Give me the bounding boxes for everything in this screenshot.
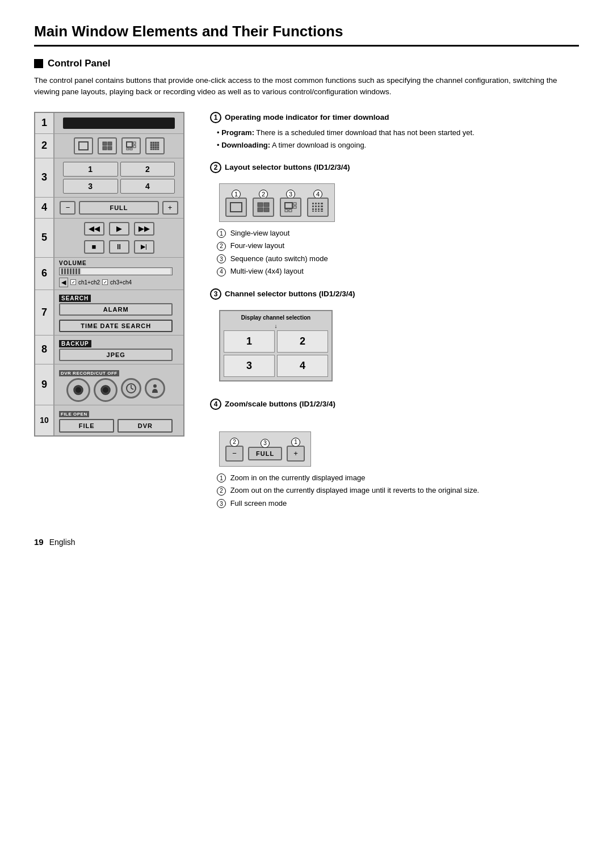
section-2-title-row: 2 Layout selector buttons (ID1/2/3/4): [210, 162, 579, 173]
fileopen-buttons: FILE DVR: [59, 419, 173, 433]
section-num-4: 4: [210, 399, 221, 410]
zoom-in-btn[interactable]: +: [162, 201, 178, 215]
search-header-label: SEARCH: [59, 295, 91, 302]
svg-rect-21: [157, 146, 159, 148]
svg-rect-34: [230, 203, 242, 212]
layout-item-3: 3 Sequence (auto switch) mode: [217, 253, 579, 265]
dvr-open-btn[interactable]: DVR: [117, 419, 173, 433]
zoom-diag-minus-btn[interactable]: −: [225, 446, 243, 462]
fast-forward-btn[interactable]: ▶▶: [134, 222, 154, 236]
layout-btn-four[interactable]: [98, 137, 117, 154]
vol-tick-2: [64, 269, 66, 274]
playback-row-1: ◀◀ ▶ ▶▶: [84, 222, 154, 236]
vol-speaker-btn[interactable]: ◀: [59, 278, 68, 287]
layout-btn-single[interactable]: [74, 137, 93, 154]
alarm-btn[interactable]: ALARM: [59, 303, 173, 316]
channel-diagram: Display channel selection ↓ 1 2 3 4: [219, 310, 333, 381]
row-num-1: 1: [35, 113, 53, 133]
row-content-5: ◀◀ ▶ ▶▶ ■ ⏸ ▶|: [53, 219, 183, 257]
jpeg-btn[interactable]: JPEG: [59, 349, 173, 361]
row-content-10: FILE OPEN FILE DVR: [53, 405, 183, 435]
channel-1[interactable]: 1: [63, 162, 118, 177]
dvr-person-btn[interactable]: [145, 378, 165, 399]
circle-4: 4: [217, 267, 226, 276]
channel-3[interactable]: 3: [63, 179, 118, 194]
vol-fill: [81, 269, 170, 274]
black-square-icon: [34, 59, 43, 68]
layout-text-3: Sequence (auto switch) mode: [230, 254, 328, 263]
layout-diag-four: [253, 198, 274, 217]
time-date-search-btn[interactable]: TIME DATE SEARCH: [59, 320, 173, 332]
svg-rect-4: [108, 146, 112, 150]
layout-diag-btn-2: 2: [253, 198, 274, 217]
layout-text-4: Multi-view (4x4) layout: [230, 267, 304, 275]
row-content-3: 1 2 3 4: [53, 158, 183, 197]
section-num-3: 3: [210, 288, 221, 300]
section-1-bullet-1: Program: There is a scheduled timer down…: [217, 128, 579, 138]
row-num-4: 4: [35, 198, 53, 218]
zoom-diag-plus-btn[interactable]: +: [287, 446, 305, 462]
row-content-7: SEARCH ALARM TIME DATE SEARCH: [53, 290, 183, 335]
svg-rect-48: [312, 206, 314, 207]
layout-diag-btn-4: 4: [307, 198, 329, 217]
zoom-diag-wrap-3: 3 FULL: [248, 447, 282, 460]
file-btn[interactable]: FILE: [59, 419, 114, 433]
dvr-header-label: DVR RECORD/CUT OFF: [59, 370, 119, 376]
svg-rect-58: [318, 211, 320, 212]
layout-buttons: [74, 137, 165, 154]
dvr-record-btn-2[interactable]: [94, 378, 117, 402]
vol-tick-4: [70, 269, 72, 274]
svg-rect-40: [293, 203, 296, 205]
downloading-term: Downloading:: [221, 141, 270, 149]
full-btn[interactable]: FULL: [79, 201, 158, 215]
zoom-diag-num-1: 1: [291, 438, 300, 447]
section-1-title-row: 1 Operating mode indicator for timer dow…: [210, 112, 579, 123]
zoom-item-3: 3 Full screen mode: [217, 498, 579, 509]
svg-rect-24: [155, 149, 157, 150]
layout-btn-sequence[interactable]: [121, 137, 141, 154]
layout-btn-multi[interactable]: [145, 137, 165, 154]
ch-diag-3[interactable]: 3: [224, 355, 275, 377]
svg-rect-16: [155, 144, 157, 146]
ch-diag-1[interactable]: 1: [224, 330, 275, 353]
ch-checkbox-1[interactable]: ✓: [70, 279, 76, 285]
layout-text-2: Four-view layout: [230, 241, 284, 250]
rewind-btn[interactable]: ◀◀: [84, 222, 104, 236]
ch-diag-2[interactable]: 2: [277, 330, 328, 353]
vol-tick-3: [67, 269, 69, 274]
row-num-3: 3: [35, 158, 53, 197]
svg-rect-45: [315, 203, 317, 204]
channel-2[interactable]: 2: [120, 162, 175, 177]
ch-diag-grid: 1 2 3 4: [224, 330, 328, 377]
ch-diag-4[interactable]: 4: [277, 355, 328, 377]
svg-rect-5: [127, 142, 132, 147]
diagram-row-10: 10 FILE OPEN FILE DVR: [35, 405, 183, 435]
diagram-row-7: 7 SEARCH ALARM TIME DATE SEARCH: [35, 290, 183, 336]
zoom-item-2: 2 Zoom out on the currently displayed im…: [217, 485, 579, 496]
svg-rect-6: [133, 142, 136, 144]
dvr-clock-btn[interactable]: [121, 378, 141, 399]
diagram-row-1: 1: [35, 113, 183, 134]
zoom-out-btn[interactable]: −: [60, 201, 75, 215]
volume-bar[interactable]: [59, 267, 173, 275]
step-forward-btn[interactable]: ▶|: [134, 240, 154, 254]
stop-btn[interactable]: ■: [84, 240, 104, 254]
vol-tick-7: [78, 269, 80, 274]
svg-rect-36: [264, 203, 269, 207]
svg-rect-50: [318, 206, 320, 207]
zoom-text-1: Zoom in on the currently displayed image: [230, 473, 366, 482]
section-heading-text: Control Panel: [48, 58, 111, 69]
channel-4[interactable]: 4: [120, 179, 175, 194]
svg-rect-59: [321, 211, 323, 212]
ch-checkbox-2[interactable]: ✓: [102, 279, 108, 285]
zoom-diag-full-btn[interactable]: FULL: [248, 447, 282, 460]
play-btn[interactable]: ▶: [109, 222, 129, 236]
dvr-section: DVR RECORD/CUT OFF: [59, 367, 173, 402]
dvr-record-btn-1[interactable]: [66, 378, 90, 402]
zoom-diagram-container: 2 − 3 FULL 1 +: [219, 420, 311, 467]
diagram-row-4: 4 − FULL +: [35, 198, 183, 219]
svg-rect-37: [258, 208, 263, 212]
pause-btn[interactable]: ⏸: [109, 240, 129, 254]
channel-diagram-container: Display channel selection ↓ 1 2 3 4: [219, 310, 333, 381]
layout-item-4: 4 Multi-view (4x4) layout: [217, 266, 579, 277]
